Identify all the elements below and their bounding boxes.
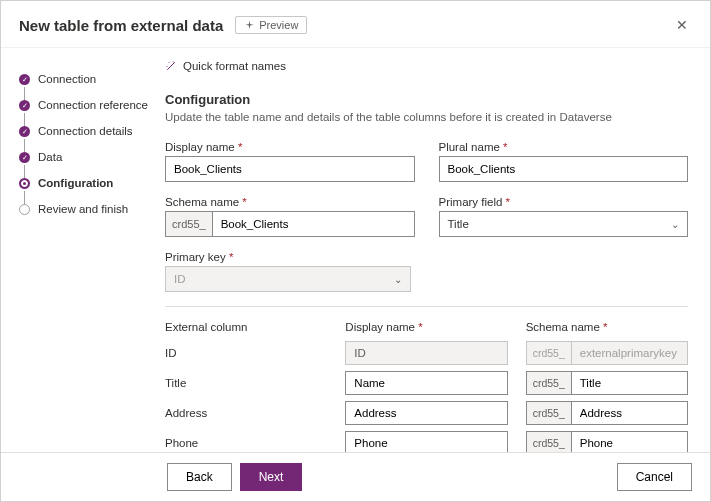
step-connection[interactable]: Connection bbox=[19, 66, 151, 92]
step-label: Connection reference bbox=[38, 99, 148, 111]
primary-key-select: ID ⌄ bbox=[165, 266, 411, 292]
dialog-title: New table from external data bbox=[19, 17, 223, 34]
column-display-input[interactable] bbox=[345, 371, 507, 395]
primary-field-value: Title bbox=[448, 218, 469, 230]
cancel-button[interactable]: Cancel bbox=[617, 463, 692, 491]
preview-button[interactable]: Preview bbox=[235, 16, 307, 34]
schema-prefix: crd55_ bbox=[526, 371, 571, 395]
external-column-name: Phone bbox=[165, 433, 327, 452]
column-row: Titlecrd55_ bbox=[165, 371, 688, 395]
display-name-input[interactable] bbox=[165, 156, 415, 182]
step-label: Connection bbox=[38, 73, 96, 85]
main-panel: Quick format names Configuration Update … bbox=[151, 48, 710, 452]
dialog-body: ConnectionConnection referenceConnection… bbox=[1, 47, 710, 452]
step-dot-icon bbox=[19, 126, 30, 137]
column-schema-input[interactable] bbox=[571, 401, 688, 425]
column-schema-input[interactable] bbox=[571, 371, 688, 395]
step-label: Review and finish bbox=[38, 203, 128, 215]
display-name-label: Display name * bbox=[165, 141, 415, 153]
step-dot-icon bbox=[19, 204, 30, 215]
column-schema-field: crd55_ bbox=[526, 431, 688, 452]
sidebar: ConnectionConnection referenceConnection… bbox=[1, 48, 151, 452]
external-column-name: ID bbox=[165, 343, 327, 363]
chevron-down-icon: ⌄ bbox=[394, 274, 402, 285]
external-column-name: Title bbox=[165, 373, 327, 393]
dialog-footer: Back Next Cancel bbox=[1, 452, 710, 501]
column-schema-input bbox=[571, 341, 688, 365]
external-column-header: External column bbox=[165, 321, 327, 333]
column-row: IDcrd55_ bbox=[165, 341, 688, 365]
step-data[interactable]: Data bbox=[19, 144, 151, 170]
step-configuration[interactable]: Configuration bbox=[19, 170, 151, 196]
schema-name-field-group: Schema name * crd55_ bbox=[165, 196, 415, 237]
step-dot-icon bbox=[19, 178, 30, 189]
chevron-down-icon: ⌄ bbox=[671, 219, 679, 230]
quick-format-button[interactable]: Quick format names bbox=[165, 60, 688, 72]
column-row: Addresscrd55_ bbox=[165, 401, 688, 425]
columns-header: External column Display name * Schema na… bbox=[165, 321, 688, 333]
next-button[interactable]: Next bbox=[240, 463, 303, 491]
display-name-header: Display name * bbox=[345, 321, 507, 333]
schema-prefix: crd55_ bbox=[526, 431, 571, 452]
step-dot-icon bbox=[19, 152, 30, 163]
schema-name-label: Schema name * bbox=[165, 196, 415, 208]
step-review-and-finish[interactable]: Review and finish bbox=[19, 196, 151, 222]
primary-field-select[interactable]: Title ⌄ bbox=[439, 211, 689, 237]
back-button[interactable]: Back bbox=[167, 463, 232, 491]
column-schema-field: crd55_ bbox=[526, 401, 688, 425]
column-display-input[interactable] bbox=[345, 431, 507, 452]
schema-prefix: crd55_ bbox=[165, 211, 212, 237]
schema-name-input[interactable] bbox=[212, 211, 415, 237]
column-row: Phonecrd55_ bbox=[165, 431, 688, 452]
external-column-name: Address bbox=[165, 403, 327, 423]
dialog-header: New table from external data Preview ✕ bbox=[1, 1, 710, 47]
plural-name-label: Plural name * bbox=[439, 141, 689, 153]
step-connection-reference[interactable]: Connection reference bbox=[19, 92, 151, 118]
divider bbox=[165, 306, 688, 307]
step-label: Connection details bbox=[38, 125, 133, 137]
step-list: ConnectionConnection referenceConnection… bbox=[19, 66, 151, 222]
primary-key-group: Primary key * ID ⌄ bbox=[165, 251, 411, 292]
schema-prefix: crd55_ bbox=[526, 341, 571, 365]
form-row: Display name * Plural name * bbox=[165, 141, 688, 182]
step-label: Configuration bbox=[38, 177, 113, 189]
primary-key-label: Primary key * bbox=[165, 251, 411, 263]
sparkle-icon bbox=[244, 20, 255, 31]
section-title: Configuration bbox=[165, 92, 688, 107]
schema-name-header: Schema name * bbox=[526, 321, 688, 333]
schema-prefix: crd55_ bbox=[526, 401, 571, 425]
quick-format-label: Quick format names bbox=[183, 60, 286, 72]
section-subtitle: Update the table name and details of the… bbox=[165, 111, 688, 123]
columns-list: IDcrd55_Titlecrd55_Addresscrd55_Phonecrd… bbox=[165, 341, 688, 452]
close-icon[interactable]: ✕ bbox=[672, 13, 692, 37]
column-display-input bbox=[345, 341, 507, 365]
primary-field-label: Primary field * bbox=[439, 196, 689, 208]
column-schema-input[interactable] bbox=[571, 431, 688, 452]
plural-name-field-group: Plural name * bbox=[439, 141, 689, 182]
step-dot-icon bbox=[19, 100, 30, 111]
form-row: Primary key * ID ⌄ bbox=[165, 251, 688, 292]
primary-key-value: ID bbox=[174, 273, 186, 285]
step-label: Data bbox=[38, 151, 62, 163]
column-schema-field: crd55_ bbox=[526, 371, 688, 395]
wand-icon bbox=[165, 60, 177, 72]
column-display-input[interactable] bbox=[345, 401, 507, 425]
step-connection-details[interactable]: Connection details bbox=[19, 118, 151, 144]
primary-field-group: Primary field * Title ⌄ bbox=[439, 196, 689, 237]
schema-name-prefixed: crd55_ bbox=[165, 211, 415, 237]
preview-label: Preview bbox=[259, 19, 298, 31]
form-row: Schema name * crd55_ Primary field * Tit… bbox=[165, 196, 688, 237]
dialog: New table from external data Preview ✕ C… bbox=[0, 0, 711, 502]
column-schema-field: crd55_ bbox=[526, 341, 688, 365]
plural-name-input[interactable] bbox=[439, 156, 689, 182]
step-dot-icon bbox=[19, 74, 30, 85]
display-name-field-group: Display name * bbox=[165, 141, 415, 182]
